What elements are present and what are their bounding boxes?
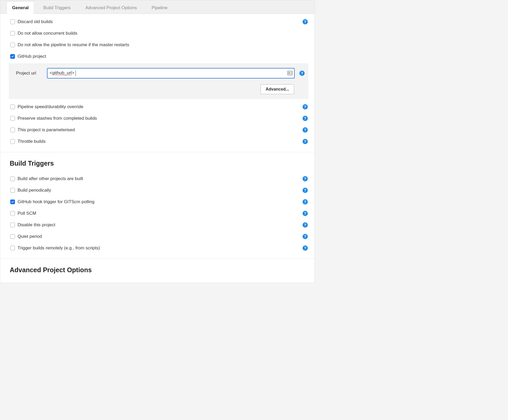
option-no-resume: Do not allow the pipeline to resume if t… (3, 39, 311, 51)
option-preserve-stashes: Preserve stashes from completed builds ? (3, 113, 311, 124)
checkbox-quiet-period[interactable] (10, 234, 15, 239)
contacts-icon[interactable] (287, 71, 293, 76)
checkbox-disable-project[interactable] (10, 223, 15, 227)
option-trigger-remotely: Trigger builds remotely (e.g., from scri… (3, 242, 311, 254)
option-build-after-projects: Build after other projects are built ? (3, 173, 311, 185)
option-label: GitHub hook trigger for GITScm polling (18, 199, 94, 204)
checkbox-speed-durability[interactable] (10, 104, 15, 109)
github-project-block: Project url <github_url> (9, 63, 308, 99)
divider (0, 259, 315, 259)
option-label: Discard old builds (18, 19, 53, 24)
content-area: Discard old builds ? Do not allow concur… (0, 14, 315, 283)
tab-advanced-project-options[interactable]: Advanced Project Options (80, 1, 142, 14)
option-label: Preserve stashes from completed builds (18, 116, 97, 121)
help-icon[interactable]: ? (303, 245, 308, 251)
help-icon[interactable]: ? (303, 234, 308, 239)
option-throttle-builds: Throttle builds ? (3, 136, 311, 147)
checkbox-preserve-stashes[interactable] (10, 116, 15, 121)
option-label: Build after other projects are built (18, 176, 83, 181)
option-no-concurrent-builds: Do not allow concurrent builds (3, 28, 311, 39)
tabs-bar: General Build Triggers Advanced Project … (0, 0, 315, 14)
checkbox-no-concurrent-builds[interactable] (10, 31, 15, 36)
tab-general[interactable]: General (7, 1, 34, 14)
checkbox-github-hook-trigger[interactable] (10, 200, 15, 204)
option-parameterised: This project is parameterised ? (3, 124, 311, 136)
divider (0, 152, 315, 152)
help-icon[interactable]: ? (303, 19, 308, 24)
option-label: Do not allow concurrent builds (18, 31, 77, 36)
project-url-row: Project url <github_url> (16, 68, 305, 78)
help-icon[interactable]: ? (303, 116, 308, 121)
text-caret (76, 70, 76, 76)
option-label: Do not allow the pipeline to resume if t… (18, 42, 129, 48)
option-speed-durability: Pipeline speed/durability override ? (3, 101, 311, 113)
option-disable-project: Disable this project ? (3, 219, 311, 231)
option-label: Throttle builds (18, 139, 46, 144)
project-url-input-wrap: <github_url> (47, 68, 295, 78)
option-label: Trigger builds remotely (e.g., from scri… (18, 245, 100, 251)
checkbox-build-after-projects[interactable] (10, 176, 15, 181)
build-triggers-heading: Build Triggers (10, 160, 315, 167)
option-poll-scm: Poll SCM ? (3, 208, 311, 219)
option-discard-old-builds: Discard old builds ? (3, 16, 311, 28)
help-icon[interactable]: ? (303, 104, 308, 109)
option-label: GitHub project (18, 54, 46, 59)
option-label: Poll SCM (18, 211, 36, 216)
help-icon[interactable]: ? (303, 222, 308, 228)
build-triggers-section: Build after other projects are built ? B… (0, 173, 315, 254)
advanced-project-options-heading: Advanced Project Options (10, 266, 315, 274)
help-icon[interactable]: ? (303, 127, 308, 133)
project-url-input[interactable] (47, 68, 295, 78)
checkbox-github-project[interactable] (10, 54, 15, 59)
help-icon[interactable]: ? (303, 139, 308, 144)
option-quiet-period: Quiet period ? (3, 231, 311, 242)
option-label: Quiet period (18, 234, 42, 239)
checkbox-build-periodically[interactable] (10, 188, 15, 193)
option-label: Pipeline speed/durability override (18, 104, 83, 109)
option-build-periodically: Build periodically ? (3, 185, 311, 196)
help-icon[interactable]: ? (299, 71, 305, 76)
option-github-hook-trigger: GitHub hook trigger for GITScm polling ? (3, 196, 311, 208)
help-icon[interactable]: ? (303, 211, 308, 216)
option-label: This project is parameterised (18, 127, 75, 133)
checkbox-no-resume[interactable] (10, 43, 15, 47)
tab-build-triggers[interactable]: Build Triggers (38, 1, 76, 14)
checkbox-trigger-remotely[interactable] (10, 246, 15, 250)
general-section: Discard old builds ? Do not allow concur… (0, 16, 315, 147)
project-url-label: Project url (16, 71, 42, 76)
help-icon[interactable]: ? (303, 188, 308, 193)
checkbox-throttle-builds[interactable] (10, 139, 15, 144)
option-label: Build periodically (18, 188, 51, 193)
advanced-button[interactable]: Advanced... (261, 84, 294, 94)
checkbox-discard-old-builds[interactable] (10, 19, 15, 24)
help-icon[interactable]: ? (303, 199, 308, 204)
svg-point-1 (288, 72, 289, 73)
option-label: Disable this project (18, 222, 55, 228)
tab-pipeline[interactable]: Pipeline (146, 1, 173, 14)
checkbox-parameterised[interactable] (10, 128, 15, 132)
help-icon[interactable]: ? (303, 176, 308, 181)
option-github-project: GitHub project (3, 51, 311, 62)
checkbox-poll-scm[interactable] (10, 211, 15, 216)
config-panel: General Build Triggers Advanced Project … (0, 0, 315, 283)
